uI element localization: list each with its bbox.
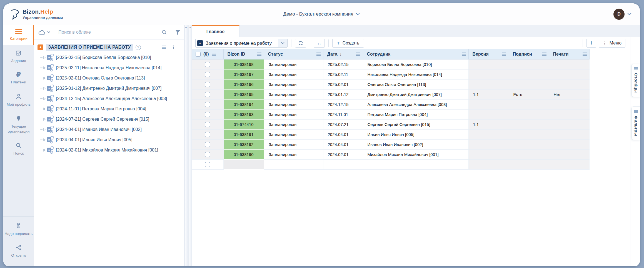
sidebar-item-open[interactable]: Открыто: [3, 240, 34, 262]
table-row[interactable]: 01-638195 Запланирован 2025.01.12 Дмитре…: [192, 89, 589, 99]
tree-panel: ★ ЗАЯВЛЕНИЯ О ПРИЕМЕ НА РАБОТУ ? ⋮ ★: [34, 25, 184, 266]
tree-item[interactable]: ★ [2024-11-01] Петрова Мария Петровна [0…: [34, 104, 184, 114]
row-checkbox[interactable]: [205, 122, 210, 127]
tab-main[interactable]: Главное: [192, 25, 239, 37]
table-row[interactable]: 01-638194 Запланирован 2024.12.15 Алексе…: [192, 99, 589, 109]
app-window: Bizon.Help Управление данными Демо - Бух…: [3, 3, 640, 266]
tree-item[interactable]: ★ [2025-01-12] Дмитренко Дмитрий Дмитрие…: [34, 83, 184, 93]
table-row[interactable]: 01-638193 Запланирован 2024.11.01 Петров…: [192, 109, 589, 119]
row-checkbox[interactable]: [205, 72, 210, 77]
select-chevron-zone[interactable]: [278, 39, 287, 47]
table-row[interactable]: 01-638196 Запланирован 2025.02.01 Олегов…: [192, 79, 589, 89]
cloud-source-selector[interactable]: [34, 25, 54, 39]
column-header-status[interactable]: Статус: [264, 49, 323, 59]
table-row[interactable]: 01-638191 Запланирован 2024.04.01 Ильин …: [192, 129, 589, 139]
row-checkbox[interactable]: [205, 162, 210, 167]
column-header-stamps[interactable]: Печати: [549, 49, 589, 59]
expand-arrow-icon[interactable]: [43, 87, 46, 90]
share-icon: [16, 244, 22, 251]
tree-item[interactable]: ★ [2025-02-01] Олегова Ольга Олеговна [1…: [34, 73, 184, 83]
column-menu-icon[interactable]: [583, 53, 587, 56]
column-header-date[interactable]: Дата↓: [323, 49, 363, 59]
tree-item-label: [2025-02-15] Борисова Белла Борисовна [0…: [56, 55, 151, 60]
column-menu-icon[interactable]: [542, 53, 546, 56]
tree-item[interactable]: ★ [2024-07-21] Сергеев Сергей Сергеевич …: [34, 114, 184, 124]
row-checkbox[interactable]: [205, 112, 210, 117]
row-checkbox[interactable]: [205, 92, 210, 97]
select-all-checkbox[interactable]: [196, 52, 201, 57]
table-row[interactable]: 01-638192 Запланирован 2024.04.01 Иванов…: [192, 139, 589, 149]
row-checkbox[interactable]: [205, 132, 210, 137]
collapse-right-handle[interactable]: »: [188, 25, 192, 266]
tree-filter-button[interactable]: [171, 25, 184, 39]
column-menu-icon[interactable]: [356, 53, 360, 56]
expand-arrow-icon[interactable]: [43, 97, 46, 100]
expand-arrow-icon[interactable]: [43, 108, 46, 110]
column-menu-icon[interactable]: [502, 53, 506, 56]
expand-arrow-icon[interactable]: [43, 77, 46, 80]
expand-arrow-icon[interactable]: [43, 149, 46, 152]
column-menu-icon[interactable]: [316, 53, 321, 56]
column-menu-icon[interactable]: [257, 53, 261, 56]
sidebar-item-profile[interactable]: Мой профиль: [3, 89, 34, 111]
tree-menu-icon[interactable]: [162, 46, 166, 49]
expand-arrow-icon[interactable]: [43, 66, 46, 69]
refresh-button[interactable]: [295, 39, 306, 48]
column-header-bizon-id[interactable]: Bizon ID: [223, 49, 264, 59]
expand-arrow-icon[interactable]: [43, 128, 46, 131]
info-button[interactable]: i: [586, 39, 596, 48]
sidebar-item-tasks[interactable]: Задания: [3, 45, 34, 68]
avatar[interactable]: D: [613, 9, 625, 20]
column-header-version[interactable]: Версия: [468, 49, 509, 59]
organization-selector[interactable]: Демо - Бухгалтерская компания: [283, 11, 360, 17]
cell-stamps: —: [549, 119, 589, 129]
column-header-signatures[interactable]: Подписи: [509, 49, 549, 59]
expand-arrow-icon[interactable]: [43, 56, 46, 59]
sidebar-item-to-sign[interactable]: Надо подписать: [3, 218, 34, 240]
main-panel: Главное ★ Заявления о приеме на работу ↔: [192, 25, 640, 266]
rail-tab-filters[interactable]: Фильтры: [631, 106, 640, 140]
tree-item[interactable]: ★ [2024-04-01] Иванов Иван Иванович [002…: [34, 124, 184, 135]
column-header-employee[interactable]: Сотрудник: [363, 49, 468, 59]
tree-item-label: [2024-02-01] Михайлов Михаил Михайлович …: [56, 148, 158, 153]
row-checkbox[interactable]: [205, 142, 210, 147]
sort-descending-icon[interactable]: ↓: [340, 52, 342, 56]
tree-item[interactable]: ★ [2024-12-15] Алексеева Александра Алек…: [34, 93, 184, 104]
sidebar-item-categories[interactable]: Категории: [3, 25, 34, 45]
table-row[interactable]: 01-638190 Запланирован 2024.02.01 Михайл…: [192, 149, 589, 159]
table-row[interactable]: 01-638197 Запланирован 2025.02.11 Никола…: [192, 69, 589, 79]
sidebar-item-current-organization[interactable]: Текущая организация: [3, 111, 34, 138]
sidebar-item-search[interactable]: Поиск: [3, 138, 34, 160]
rail-tab-columns[interactable]: Столбцы: [631, 64, 640, 97]
column-menu-icon[interactable]: [462, 53, 466, 56]
sidebar-item-payments[interactable]: ₽ Платежи: [3, 67, 34, 89]
menu-button[interactable]: ⋮ Меню: [599, 39, 625, 48]
category-select[interactable]: ★ Заявления о приеме на работу: [195, 39, 288, 48]
tree-search-input[interactable]: [54, 29, 158, 35]
row-checkbox[interactable]: [205, 152, 210, 157]
table-row[interactable]: 01-638198 Запланирован 2025.02.15 Борисо…: [192, 59, 589, 69]
tree-search-button[interactable]: [158, 25, 171, 39]
tree-item[interactable]: ★ [2025-02-11] Николаева Надежда Николае…: [34, 63, 184, 73]
bizon-logo-icon: [11, 9, 20, 20]
expand-arrow-icon[interactable]: [43, 118, 46, 121]
column-menu-icon[interactable]: [212, 53, 216, 56]
tree-root-category[interactable]: ★ ЗАЯВЛЕНИЯ О ПРИЕМЕ НА РАБОТУ ? ⋮: [34, 42, 184, 52]
row-checkbox[interactable]: [205, 62, 210, 67]
create-button[interactable]: + Создать: [332, 39, 364, 48]
account-menu[interactable]: D: [613, 9, 631, 20]
swap-button[interactable]: ↔: [314, 39, 325, 48]
tree-root-label: ЗАЯВЛЕНИЯ О ПРИЕМЕ НА РАБОТУ: [46, 44, 133, 51]
table-row[interactable]: 01-674410 Запланирован 2024.07.21 Сергее…: [192, 119, 589, 129]
more-options-icon[interactable]: ⋮: [171, 45, 176, 50]
expand-arrow-icon[interactable]: [43, 138, 46, 141]
cell-signatures: —: [509, 59, 549, 69]
collapse-left-handle[interactable]: «: [184, 25, 188, 266]
table-empty-row[interactable]: —: [192, 159, 589, 169]
tree-item[interactable]: ★ [2024-04-01] Ильин Илья Ильич [005]: [34, 135, 184, 145]
help-icon[interactable]: ?: [136, 45, 141, 50]
tree-item[interactable]: ★ [2025-02-15] Борисова Белла Борисовна …: [34, 52, 184, 63]
row-checkbox[interactable]: [205, 82, 210, 87]
row-checkbox[interactable]: [205, 102, 210, 107]
tree-item[interactable]: ★ [2024-02-01] Михайлов Михаил Михайлови…: [34, 145, 184, 155]
